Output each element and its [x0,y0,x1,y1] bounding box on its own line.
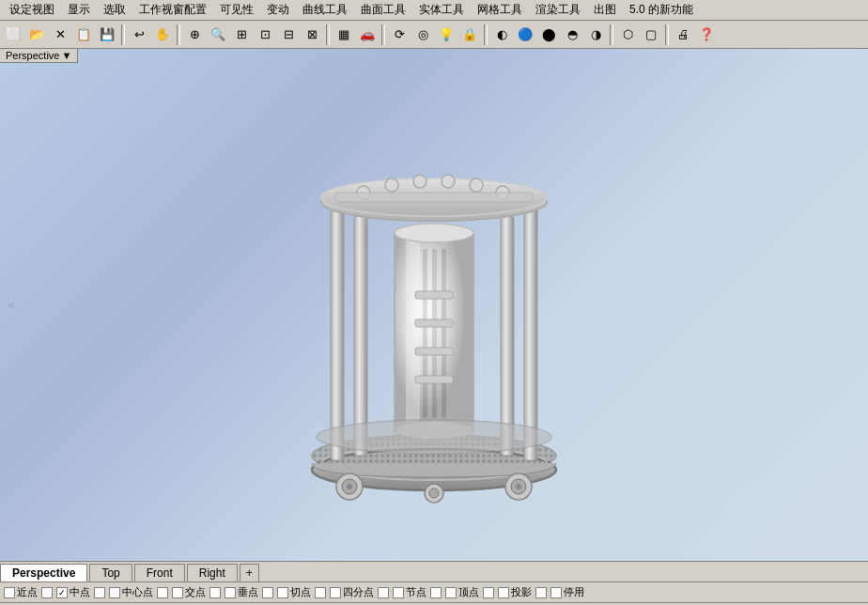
separator-5 [484,24,488,45]
separator-7 [665,24,669,45]
zoom-out-button[interactable]: ⊟ [277,23,300,46]
toolbar: ⬜ 📂 ✕ 📋 💾 ↩ ✋ ⊕ 🔍 ⊞ ⊡ ⊟ ⊠ ▦ 🚗 ⟳ ◎ 💡 🔒 ◐ … [0,21,868,49]
3d-canvas[interactable]: Perspective ▼ [0,49,868,561]
zoom-in-button[interactable]: 🔍 [207,23,229,46]
snap-bar: 近点 中点 中心点 交点 垂点 切点 四分点 [0,582,868,602]
separator-3 [326,24,330,45]
snap-vertex[interactable]: 顶点 [445,585,479,599]
snap-intersect[interactable]: 交点 [172,585,206,599]
svg-rect-36 [415,291,453,299]
material-button[interactable]: ◐ [490,23,513,46]
snap-spacer3 [157,587,168,598]
snap-disable-label: 停用 [564,585,584,599]
snap-spacer10-check[interactable] [535,587,547,598]
tab-add[interactable]: + [240,564,259,582]
snap-center[interactable]: 中心点 [109,585,153,599]
viewport-dropdown-icon[interactable]: ▼ [61,50,71,61]
snap-spacer4-check[interactable] [209,587,221,598]
snap-perp[interactable]: 垂点 [225,585,258,599]
close-button[interactable]: ✕ [49,23,71,46]
menu-transform[interactable]: 变动 [261,1,295,19]
walk-button[interactable]: 🚗 [356,23,379,46]
snap-intersect-check[interactable] [172,587,183,598]
pan-button[interactable]: ✋ [151,23,174,46]
snap-perp-label: 垂点 [238,585,258,599]
menu-visibility[interactable]: 可见性 [214,1,259,19]
snap-spacer3-check[interactable] [157,587,168,598]
snap-center-check[interactable] [109,587,120,598]
snap-proj[interactable]: 投影 [498,585,532,599]
menu-solid-tools[interactable]: 实体工具 [413,1,470,19]
new-button[interactable]: ⬜ [2,23,24,46]
copy-button[interactable]: 📋 [72,23,95,46]
menu-mesh-tools[interactable]: 网格工具 [472,1,528,19]
zoom-fit-button[interactable]: ⊡ [254,23,276,46]
viewport-area: Perspective ▼ [0,49,868,561]
snap-midpoint-check[interactable] [56,587,68,598]
lock-button[interactable]: 🔒 [458,23,481,46]
menu-new-features[interactable]: 5.0 的新功能 [624,1,699,19]
tab-perspective[interactable]: Perspective [0,564,87,582]
snap-perp-check[interactable] [225,587,236,598]
svg-point-12 [516,484,521,489]
snap-spacer5-check[interactable] [262,587,273,598]
undo-button[interactable]: ↩ [128,23,150,46]
snap-disable-check[interactable] [550,587,562,598]
snap-spacer2 [94,587,105,598]
snap-tan-check[interactable] [277,587,288,598]
render2-button[interactable]: ◑ [584,23,607,46]
menu-setview[interactable]: 设定视图 [4,1,60,19]
menu-display[interactable]: 显示 [62,1,96,19]
snap-spacer9-check[interactable] [483,587,494,598]
menu-print[interactable]: 出图 [588,1,622,19]
svg-rect-18 [501,216,514,456]
zoom-window-button[interactable]: ⊞ [230,23,253,46]
snap-endpoint-check[interactable] [4,587,15,598]
tab-top[interactable]: Top [89,564,132,582]
tab-right[interactable]: Right [187,564,238,582]
rotate-button[interactable]: ⟳ [388,23,411,46]
mesh-button[interactable]: ⬡ [616,23,639,46]
render4-button[interactable]: ▢ [640,23,662,46]
menu-curve-tools[interactable]: 曲线工具 [297,1,353,19]
sphere-button[interactable]: 🔵 [514,23,536,46]
print-button[interactable]: 🖨 [672,23,694,46]
save-button[interactable]: 💾 [96,23,118,46]
separator-6 [610,24,613,45]
snap-tan-label: 切点 [290,585,311,599]
snap-quad-check[interactable] [330,587,341,598]
svg-rect-39 [415,376,453,383]
menu-render-tools[interactable]: 渲染工具 [530,1,586,19]
grid-button[interactable]: ▦ [333,23,355,46]
zoom-sel-button[interactable]: ⊠ [301,23,323,46]
snap-vertex-check[interactable] [445,587,457,598]
menu-select[interactable]: 选取 [98,1,132,19]
snap-knot[interactable]: 节点 [393,585,426,599]
svg-point-40 [317,420,551,454]
snap-quad[interactable]: 四分点 [330,585,374,599]
svg-rect-15 [331,197,344,460]
snap-spacer1-check[interactable] [41,587,53,598]
snap-endpoint[interactable]: 近点 [4,585,38,599]
open-button[interactable]: 📂 [25,23,48,46]
snap-knot-check[interactable] [393,587,404,598]
snap-spacer8-check[interactable] [430,587,442,598]
snap-proj-check[interactable] [498,587,509,598]
snap-disable[interactable]: 停用 [550,585,584,599]
help-button[interactable]: ❓ [695,23,718,46]
circle-button[interactable]: ◎ [411,23,434,46]
snap-tan[interactable]: 切点 [277,585,311,599]
snap-spacer2-check[interactable] [94,587,105,598]
snap-midpoint[interactable]: 中点 [56,585,90,599]
select-button[interactable]: ⊕ [183,23,206,46]
ball-button[interactable]: ⬤ [537,23,560,46]
snap-spacer7-check[interactable] [378,587,389,598]
menu-surface-tools[interactable]: 曲面工具 [355,1,411,19]
snap-spacer6-check[interactable] [315,587,326,598]
render1-button[interactable]: ◓ [561,23,583,46]
svg-point-14 [429,489,439,498]
snap-knot-label: 节点 [406,585,426,599]
menu-viewport-config[interactable]: 工作视窗配置 [133,1,212,19]
tab-front[interactable]: Front [134,564,185,582]
light-button[interactable]: 💡 [435,23,457,46]
